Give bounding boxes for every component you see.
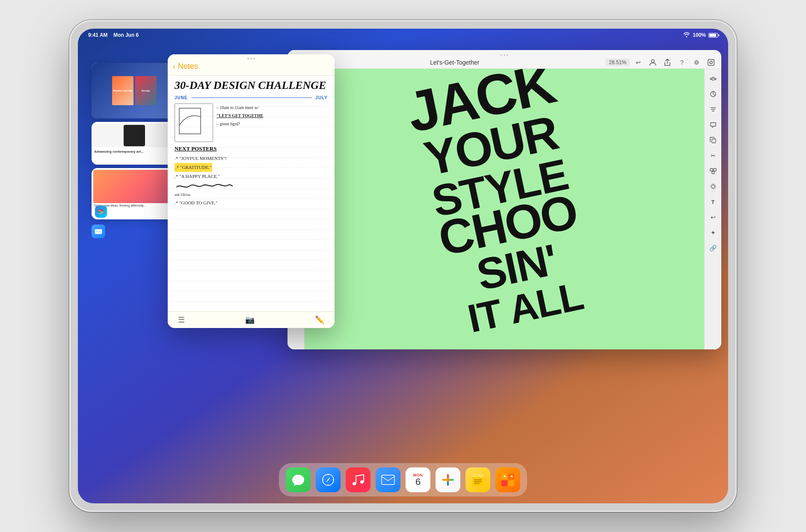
- status-time: 9:41 AM: [88, 32, 108, 38]
- dock-app-photos[interactable]: [436, 467, 460, 492]
- focus-icon[interactable]: [707, 180, 720, 193]
- scissors-icon[interactable]: ✂: [707, 149, 720, 162]
- switcher-card-2[interactable]: Advancing contemporary art...: [92, 122, 177, 165]
- notes-toolbar: ☰ 📷 ✏️: [168, 311, 335, 328]
- procreate-titlebar: ‹ Let's-Get-Together 28.51% ↩: [287, 50, 721, 69]
- undo-icon[interactable]: ↩: [633, 57, 643, 68]
- wifi-icon: [683, 32, 690, 38]
- note-bullet-lines: – 10am to 11am meet w/ "LET'S GET TOGETH…: [216, 103, 264, 142]
- group-icon[interactable]: [707, 165, 720, 177]
- calendar-day: 6: [415, 477, 421, 487]
- svg-rect-26: [712, 171, 714, 174]
- procreate-percentage: 28.51%: [605, 59, 630, 66]
- status-date: Mon Jun 6: [113, 32, 139, 38]
- duplicate-icon[interactable]: [707, 134, 720, 147]
- text-right-tool[interactable]: T: [707, 195, 720, 208]
- procreate-tools-right: ✂ T ↩: [704, 69, 721, 349]
- filters-icon[interactable]: [707, 103, 720, 116]
- svg-point-3: [710, 61, 712, 64]
- checklist-icon[interactable]: ☰: [178, 315, 185, 325]
- canvas-art: JACK YOUR STYLE CHOO SIN' IT ALL: [305, 69, 704, 349]
- svg-point-32: [446, 478, 450, 482]
- help-icon[interactable]: ?: [677, 57, 687, 68]
- dock-app-calendar[interactable]: MON 6: [406, 467, 430, 492]
- timeline-end: JULY: [315, 95, 328, 100]
- timeline-start: JUNE: [175, 95, 188, 100]
- notes-window: ‹ Notes 30-DAY DESIGN CHALLENGE JUNE JUL…: [168, 54, 335, 328]
- comments-icon[interactable]: [707, 118, 720, 131]
- card2-text: Advancing contemporary art...: [94, 150, 175, 154]
- notes-three-dots: [173, 58, 329, 59]
- share-icon[interactable]: [662, 57, 673, 68]
- undo-right-icon[interactable]: ↩: [707, 211, 720, 224]
- magic-icon[interactable]: ✦: [707, 226, 720, 239]
- notes-back-label[interactable]: Notes: [178, 62, 198, 71]
- app-switcher: Rhythm and Blu Design 📚: [92, 63, 177, 238]
- notes-content: 30-DAY DESIGN CHALLENGE JUNE JULY: [168, 75, 335, 311]
- procreate-title: Let's-Get-Together: [430, 59, 480, 66]
- procreate-body: ▶: [287, 69, 721, 349]
- settings-icon[interactable]: ⚙: [691, 57, 702, 68]
- svg-rect-2: [708, 59, 714, 65]
- status-time-date: 9:41 AM Mon Jun 6: [88, 32, 139, 38]
- dock: MON 6: [279, 463, 527, 497]
- battery-icon: [708, 33, 718, 38]
- status-bar: 9:41 AM Mon Jun 6 100%: [78, 29, 728, 41]
- svg-rect-23: [712, 139, 716, 143]
- procreate-toolbar-icons: ↩ ? ⚙: [633, 57, 716, 68]
- switcher-card-books[interactable]: Rhythm and Blu Design 📚: [92, 63, 177, 118]
- status-indicators: 100%: [683, 32, 718, 38]
- dock-app-superstar[interactable]: [495, 467, 520, 492]
- svg-point-1: [652, 59, 655, 62]
- back-arrow-icon[interactable]: ‹: [173, 62, 175, 71]
- mail-sidebar-icon[interactable]: ✉️: [92, 225, 105, 238]
- dock-app-messages[interactable]: [286, 467, 311, 492]
- svg-point-30: [328, 479, 329, 481]
- svg-rect-42: [508, 480, 514, 486]
- procreate-canvas: JACK YOUR STYLE CHOO SIN' IT ALL: [305, 69, 704, 349]
- notes-nav: ‹ Notes: [173, 61, 329, 74]
- dock-app-notes[interactable]: [465, 467, 490, 492]
- note-poster-lines: .* "JOYFUL MOMENTS"! .* "GRATITUDE." .* …: [175, 154, 328, 207]
- dock-app-mail[interactable]: [376, 467, 400, 492]
- adjustments-icon[interactable]: [707, 88, 720, 100]
- reference-icon[interactable]: [706, 57, 716, 68]
- svg-rect-25: [714, 168, 716, 171]
- svg-rect-24: [710, 168, 713, 171]
- note-timeline: JUNE JULY: [175, 95, 328, 100]
- pen-icon[interactable]: ✏️: [315, 315, 324, 325]
- svg-rect-31: [382, 475, 394, 485]
- ipad-frame: 9:41 AM Mon Jun 6 100%: [69, 20, 737, 512]
- dock-app-music[interactable]: [346, 467, 370, 492]
- link-icon[interactable]: 🔗: [707, 242, 720, 254]
- note-section-title: NEXT POSTERS: [175, 145, 328, 152]
- battery-percent: 100%: [693, 32, 706, 38]
- layers-icon[interactable]: [707, 72, 720, 85]
- procreate-window: ‹ Let's-Get-Together 28.51% ↩: [287, 50, 721, 349]
- notes-titlebar: ‹ Notes: [168, 54, 335, 75]
- svg-rect-41: [501, 480, 507, 486]
- dock-app-safari[interactable]: [316, 467, 341, 492]
- profile-icon[interactable]: [648, 57, 658, 68]
- camera-icon[interactable]: 📷: [245, 315, 255, 325]
- note-sketch: [175, 103, 213, 142]
- note-title: 30-DAY DESIGN CHALLENGE: [175, 79, 328, 92]
- svg-point-27: [711, 185, 715, 188]
- ipad-screen: 9:41 AM Mon Jun 6 100%: [78, 29, 728, 503]
- svg-rect-35: [472, 476, 483, 477]
- procreate-three-dots: [501, 54, 508, 56]
